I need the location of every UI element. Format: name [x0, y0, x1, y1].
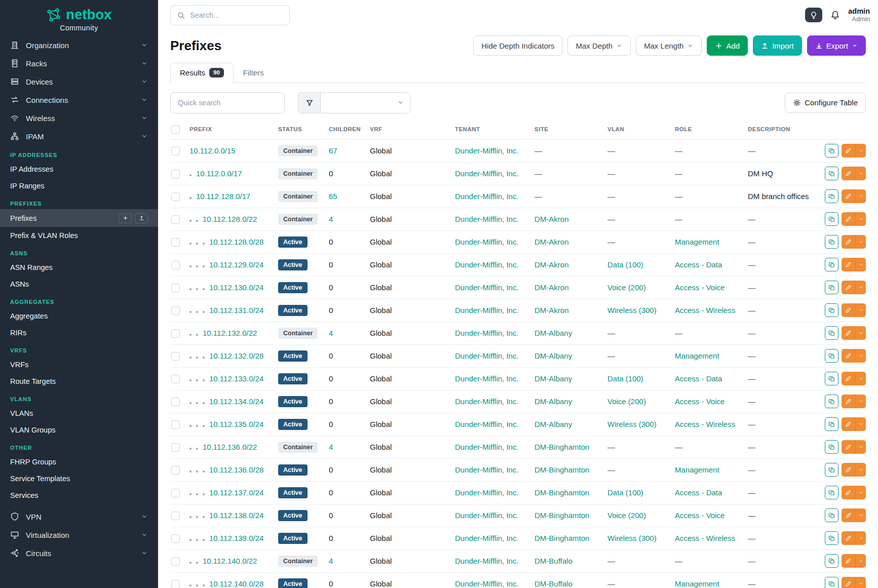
edit-dropdown-button[interactable]: [855, 326, 866, 340]
tenant-link[interactable]: Dunder-Mifflin, Inc.: [455, 511, 519, 520]
edit-dropdown-button[interactable]: [855, 463, 866, 477]
sidebar-link-ip-ranges[interactable]: IP Ranges: [0, 177, 158, 194]
column-header-prefix[interactable]: Prefix: [189, 120, 278, 140]
sidebar-link-vrfs[interactable]: VRFs: [0, 356, 158, 373]
site-link[interactable]: DM-Albany: [535, 397, 572, 406]
sidebar-link-asn-ranges[interactable]: ASN Ranges: [0, 259, 158, 276]
sidebar-link-fhrp-groups[interactable]: FHRP Groups: [0, 453, 158, 470]
prefix-link[interactable]: 10.112.140.0/22: [203, 557, 257, 565]
site-link[interactable]: DM-Binghamton: [535, 488, 589, 497]
edit-dropdown-button[interactable]: [855, 440, 866, 454]
row-checkbox[interactable]: [171, 534, 180, 543]
vlan-link[interactable]: Wireless (300): [607, 306, 657, 315]
column-header-children[interactable]: Children: [329, 120, 370, 140]
row-checkbox[interactable]: [171, 170, 180, 178]
copy-button[interactable]: [825, 508, 838, 522]
copy-button[interactable]: [825, 235, 838, 249]
quick-add-button[interactable]: [119, 213, 132, 223]
role-link[interactable]: Access - Voice: [675, 397, 724, 406]
prefix-link[interactable]: 10.112.128.0/28: [209, 238, 263, 246]
edit-button[interactable]: [842, 144, 855, 158]
copy-button[interactable]: [825, 349, 838, 363]
role-link[interactable]: Access - Wireless: [675, 306, 735, 315]
prefix-link[interactable]: 10.112.133.0/24: [209, 374, 263, 383]
role-link[interactable]: Access - Wireless: [675, 420, 735, 428]
prefix-link[interactable]: 10.112.0.0/17: [196, 169, 242, 178]
tenant-link[interactable]: Dunder-Mifflin, Inc.: [455, 260, 519, 269]
tenant-link[interactable]: Dunder-Mifflin, Inc.: [455, 215, 519, 223]
copy-button[interactable]: [825, 212, 838, 226]
copy-button[interactable]: [825, 303, 838, 317]
site-link[interactable]: DM-Albany: [535, 329, 572, 337]
tenant-link[interactable]: Dunder-Mifflin, Inc.: [455, 192, 519, 201]
max-length-dropdown[interactable]: Max Length: [636, 35, 702, 56]
row-checkbox[interactable]: [171, 352, 180, 361]
tenant-link[interactable]: Dunder-Mifflin, Inc.: [455, 169, 519, 178]
children-link[interactable]: 4: [329, 443, 333, 451]
edit-button[interactable]: [842, 486, 855, 499]
children-link[interactable]: 4: [329, 557, 333, 565]
tenant-link[interactable]: Dunder-Mifflin, Inc.: [455, 374, 519, 383]
edit-button[interactable]: [842, 463, 855, 477]
column-header-status[interactable]: Status: [278, 120, 329, 140]
site-link[interactable]: DM-Binghamton: [535, 465, 589, 474]
add-button[interactable]: Add: [707, 35, 748, 56]
tenant-link[interactable]: Dunder-Mifflin, Inc.: [455, 488, 519, 497]
copy-button[interactable]: [825, 440, 838, 454]
role-link[interactable]: Access - Data: [675, 488, 722, 497]
vlan-link[interactable]: Data (100): [607, 260, 643, 269]
copy-button[interactable]: [825, 372, 838, 385]
prefix-link[interactable]: 10.112.130.0/24: [209, 283, 263, 292]
column-header-vlan[interactable]: VLAN: [607, 120, 675, 140]
row-checkbox[interactable]: [171, 580, 180, 588]
edit-button[interactable]: [842, 235, 855, 249]
column-header-role[interactable]: Role: [675, 120, 748, 140]
site-link[interactable]: DM-Buffalo: [535, 557, 572, 565]
edit-button[interactable]: [842, 212, 855, 226]
site-link[interactable]: DM-Akron: [535, 238, 569, 246]
row-checkbox[interactable]: [171, 147, 180, 155]
copy-button[interactable]: [825, 531, 838, 545]
edit-dropdown-button[interactable]: [855, 554, 866, 568]
select-all-checkbox[interactable]: [171, 125, 180, 134]
copy-button[interactable]: [825, 189, 838, 203]
sidebar-link-vlan-groups[interactable]: VLAN Groups: [0, 421, 158, 438]
sidebar-item-ipam[interactable]: IPAM: [0, 127, 158, 145]
edit-dropdown-button[interactable]: [855, 486, 866, 499]
prefix-link[interactable]: 10.112.132.0/22: [203, 329, 257, 337]
copy-button[interactable]: [825, 486, 838, 499]
tab-filters[interactable]: Filters: [234, 63, 274, 83]
edit-button[interactable]: [842, 417, 855, 431]
edit-dropdown-button[interactable]: [855, 189, 866, 203]
edit-dropdown-button[interactable]: [855, 167, 866, 180]
edit-dropdown-button[interactable]: [855, 258, 866, 271]
role-link[interactable]: Management: [675, 465, 719, 474]
vlan-link[interactable]: Data (100): [607, 374, 643, 383]
edit-button[interactable]: [842, 395, 855, 408]
vlan-link[interactable]: Voice (200): [607, 283, 646, 292]
children-link[interactable]: 67: [329, 146, 337, 155]
site-link[interactable]: DM-Binghamton: [535, 443, 589, 451]
filter-button[interactable]: [298, 92, 320, 113]
site-link[interactable]: DM-Akron: [535, 215, 569, 223]
role-link[interactable]: Access - Wireless: [675, 534, 735, 542]
sidebar-link-prefixes[interactable]: Prefixes: [0, 209, 158, 227]
sidebar-item-virtualization[interactable]: Virtualization: [0, 526, 158, 544]
prefix-link[interactable]: 10.112.128.0/17: [196, 192, 250, 201]
copy-button[interactable]: [825, 326, 838, 340]
prefix-link[interactable]: 10.112.129.0/24: [209, 260, 263, 269]
row-checkbox[interactable]: [171, 443, 180, 452]
site-link[interactable]: DM-Albany: [535, 351, 572, 360]
prefix-link[interactable]: 10.112.135.0/24: [209, 420, 263, 428]
sidebar-link-ip-addresses[interactable]: IP Addresses: [0, 161, 158, 177]
tenant-link[interactable]: Dunder-Mifflin, Inc.: [455, 443, 519, 451]
site-link[interactable]: DM-Akron: [535, 260, 569, 269]
prefix-link[interactable]: 10.112.136.0/28: [209, 465, 263, 474]
edit-dropdown-button[interactable]: [855, 349, 866, 363]
quick-search-input[interactable]: [170, 92, 285, 113]
edit-button[interactable]: [842, 281, 855, 294]
row-checkbox[interactable]: [171, 512, 180, 520]
copy-button[interactable]: [825, 167, 838, 180]
copy-button[interactable]: [825, 554, 838, 568]
edit-dropdown-button[interactable]: [855, 372, 866, 385]
